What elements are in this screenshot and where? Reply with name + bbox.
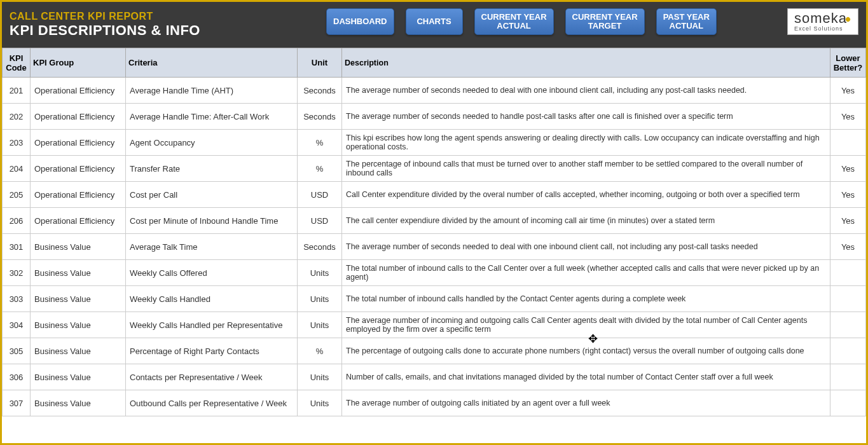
- cell-code: 303: [3, 286, 31, 312]
- cell-description: The total number of inbound calls to the…: [342, 260, 830, 286]
- cell-lower: Yes: [830, 78, 866, 104]
- cell-lower: [830, 260, 866, 286]
- cell-lower: [830, 338, 866, 364]
- cell-lower: Yes: [830, 104, 866, 130]
- cell-unit: %: [298, 130, 342, 156]
- cell-lower: Yes: [830, 234, 866, 260]
- cell-description: The percentage of inbound calls that mus…: [342, 156, 830, 182]
- table-row[interactable]: 203Operational EfficiencyAgent Occupancy…: [3, 130, 866, 156]
- cell-code: 204: [3, 156, 31, 182]
- current-year-target-button[interactable]: CURRENT YEAR TARGET: [565, 8, 645, 35]
- table-row[interactable]: 204Operational EfficiencyTransfer Rate%T…: [3, 156, 866, 182]
- header-criteria: Criteria: [126, 48, 298, 78]
- table-row[interactable]: 302Business ValueWeekly Calls OfferedUni…: [3, 260, 866, 286]
- table-row[interactable]: 206Operational EfficiencyCost per Minute…: [3, 208, 866, 234]
- charts-button[interactable]: CHARTS: [406, 8, 463, 35]
- current-year-actual-button[interactable]: CURRENT YEAR ACTUAL: [474, 8, 554, 35]
- cell-group: Operational Efficiency: [31, 130, 126, 156]
- cell-group: Business Value: [31, 312, 126, 338]
- cell-criteria: Cost per Call: [126, 182, 298, 208]
- cell-unit: Units: [298, 286, 342, 312]
- cell-code: 302: [3, 260, 31, 286]
- header-description: Description: [342, 48, 830, 78]
- cell-description: The average number of incoming and outgo…: [342, 312, 830, 338]
- cell-group: Operational Efficiency: [31, 182, 126, 208]
- table-row[interactable]: 303Business ValueWeekly Calls HandledUni…: [3, 286, 866, 312]
- table-row[interactable]: 202Operational EfficiencyAverage Handle …: [3, 104, 866, 130]
- table-header-row: KPI Code KPI Group Criteria Unit Descrip…: [3, 48, 866, 78]
- cell-criteria: Average Handle Time: After-Call Work: [126, 104, 298, 130]
- cell-description: The percentage of outgoing calls done to…: [342, 338, 830, 364]
- cell-criteria: Cost per Minute of Inbound Handle Time: [126, 208, 298, 234]
- cell-unit: Seconds: [298, 234, 342, 260]
- cell-group: Business Value: [31, 260, 126, 286]
- cell-group: Operational Efficiency: [31, 78, 126, 104]
- dashboard-button[interactable]: DASHBOARD: [326, 8, 394, 35]
- cell-lower: Yes: [830, 182, 866, 208]
- cell-unit: %: [298, 156, 342, 182]
- cell-group: Business Value: [31, 234, 126, 260]
- cell-group: Business Value: [31, 390, 126, 416]
- cell-lower: [830, 364, 866, 390]
- cell-group: Business Value: [31, 338, 126, 364]
- table-row[interactable]: 306Business ValueContacts per Representa…: [3, 364, 866, 390]
- cell-unit: Units: [298, 260, 342, 286]
- cell-criteria: Agent Occupancy: [126, 130, 298, 156]
- table-row[interactable]: 304Business ValueWeekly Calls Handled pe…: [3, 312, 866, 338]
- table-row[interactable]: 301Business ValueAverage Talk TimeSecond…: [3, 234, 866, 260]
- cell-criteria: Percentage of Right Party Contacts: [126, 338, 298, 364]
- cell-group: Operational Efficiency: [31, 156, 126, 182]
- cell-criteria: Average Talk Time: [126, 234, 298, 260]
- cell-unit: Seconds: [298, 78, 342, 104]
- logo-brand: someka: [794, 11, 851, 25]
- cell-unit: Units: [298, 390, 342, 416]
- header-kpi-code: KPI Code: [3, 48, 31, 78]
- cell-description: Call Center expenditure divided by the o…: [342, 182, 830, 208]
- cell-lower: [830, 286, 866, 312]
- cell-unit: USD: [298, 208, 342, 234]
- table-row[interactable]: 305Business ValuePercentage of Right Par…: [3, 338, 866, 364]
- table-row[interactable]: 201Operational EfficiencyAverage Handle …: [3, 78, 866, 104]
- logo-tagline: Excel Solutions: [794, 25, 851, 32]
- header-kpi-group: KPI Group: [31, 48, 126, 78]
- past-year-actual-button[interactable]: PAST YEAR ACTUAL: [656, 8, 717, 35]
- cell-criteria: Weekly Calls Handled per Representative: [126, 312, 298, 338]
- kpi-table-wrap: KPI Code KPI Group Criteria Unit Descrip…: [2, 48, 866, 443]
- cell-code: 301: [3, 234, 31, 260]
- cell-unit: Seconds: [298, 104, 342, 130]
- cell-lower: [830, 130, 866, 156]
- header-unit: Unit: [298, 48, 342, 78]
- cell-unit: %: [298, 338, 342, 364]
- cell-lower: [830, 312, 866, 338]
- cell-criteria: Transfer Rate: [126, 156, 298, 182]
- cell-code: 304: [3, 312, 31, 338]
- cell-lower: Yes: [830, 208, 866, 234]
- cell-code: 201: [3, 78, 31, 104]
- nav-buttons: DASHBOARD CHARTS CURRENT YEAR ACTUAL CUR…: [326, 8, 717, 35]
- logo: someka Excel Solutions: [787, 8, 858, 35]
- cell-code: 205: [3, 182, 31, 208]
- cell-description: The average number of outgoing calls ini…: [342, 390, 830, 416]
- cell-code: 203: [3, 130, 31, 156]
- report-title: CALL CENTER KPI REPORT: [10, 11, 200, 22]
- cell-criteria: Contacts per Representative / Week: [126, 364, 298, 390]
- cell-unit: Units: [298, 364, 342, 390]
- cell-code: 305: [3, 338, 31, 364]
- cell-criteria: Weekly Calls Offered: [126, 260, 298, 286]
- cell-description: The average number of seconds needed to …: [342, 234, 830, 260]
- cell-description: The call center expendiure divided by th…: [342, 208, 830, 234]
- cell-description: This kpi escribes how long the agent spe…: [342, 130, 830, 156]
- table-row[interactable]: 205Operational EfficiencyCost per CallUS…: [3, 182, 866, 208]
- cell-group: Operational Efficiency: [31, 104, 126, 130]
- cell-code: 202: [3, 104, 31, 130]
- cell-code: 306: [3, 364, 31, 390]
- cell-unit: Units: [298, 312, 342, 338]
- table-row[interactable]: 307Business ValueOutbound Calls per Repr…: [3, 390, 866, 416]
- kpi-table: KPI Code KPI Group Criteria Unit Descrip…: [2, 48, 866, 416]
- page-title: KPI DESCRIPTIONS & INFO: [10, 22, 200, 39]
- cell-group: Business Value: [31, 364, 126, 390]
- cell-code: 307: [3, 390, 31, 416]
- cell-lower: [830, 390, 866, 416]
- header-lower-better: Lower Better?: [830, 48, 866, 78]
- header-bar: CALL CENTER KPI REPORT KPI DESCRIPTIONS …: [2, 2, 866, 48]
